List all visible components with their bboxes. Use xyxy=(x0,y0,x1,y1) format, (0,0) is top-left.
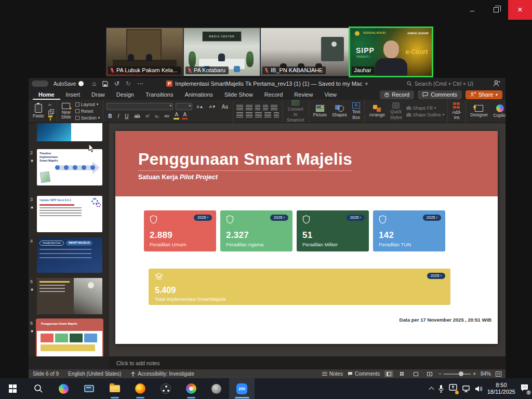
stat-card-peradilan-agama[interactable]: 2025› 2.327 Peradilan Agama xyxy=(220,210,292,251)
save-icon[interactable] xyxy=(102,81,108,87)
underline-button[interactable]: U xyxy=(123,113,130,119)
font-color-button[interactable]: A xyxy=(182,112,188,119)
zoom-slider-track[interactable] xyxy=(444,374,471,375)
obs-studio-button[interactable] xyxy=(153,378,178,399)
italic-button[interactable]: I xyxy=(116,113,121,119)
notification-center-button[interactable]: 2 xyxy=(520,384,529,394)
align-right-button[interactable] xyxy=(255,112,262,117)
tab-design[interactable]: Design xyxy=(111,91,140,100)
new-slide-button[interactable]: New Slide xyxy=(60,103,72,120)
cut-button[interactable]: ✂ xyxy=(48,102,54,108)
video-tile-pa-kotabaru[interactable]: MEDIA CENTER PA Kotabaru xyxy=(184,28,260,76)
start-button[interactable] xyxy=(0,378,25,399)
numbering-button[interactable] xyxy=(246,105,252,110)
notes-area[interactable]: Click to add notes xyxy=(109,356,506,369)
line-spacing-button[interactable] xyxy=(271,105,277,110)
network-icon[interactable] xyxy=(462,385,470,392)
total-card[interactable]: 2025› 5.409 Total Implementasi SmartMaje… xyxy=(149,269,450,305)
video-tile-pa-lubuk-pakam[interactable]: PA Lubuk Pakam Kela... xyxy=(107,28,183,76)
zoom-slider-handle[interactable] xyxy=(459,371,463,376)
addins-button[interactable]: Add-ins xyxy=(451,102,462,120)
align-left-button[interactable] xyxy=(236,112,243,117)
more-commands-icon[interactable]: ⋯ xyxy=(137,81,143,87)
comments-toggle-button[interactable]: Comments xyxy=(348,371,380,377)
accessibility-status[interactable]: Accessibility: Investigate xyxy=(130,371,194,377)
screen-share-indicator[interactable] xyxy=(449,384,457,393)
bullets-button[interactable] xyxy=(236,105,243,110)
fit-slide-button[interactable] xyxy=(496,371,501,377)
stat-card-peradilan-tun[interactable]: 2025› 142 Peradilan TUN xyxy=(373,210,445,251)
video-tile-jauhar-active-speaker[interactable]: SOSIALISASI AHMAD JAUHAR SIPP TINGKAT I … xyxy=(350,28,432,76)
decrease-indent-button[interactable] xyxy=(255,105,260,110)
zoom-out-icon[interactable]: − xyxy=(438,371,442,377)
stat-card-peradilan-umum[interactable]: 2025› 2.889 Peradilan Umum xyxy=(144,210,216,251)
paint-button[interactable] xyxy=(178,378,204,399)
designer-button[interactable]: Designer xyxy=(469,105,489,117)
text-highlight-color-button[interactable]: A xyxy=(174,112,179,119)
mac-window-buttons[interactable] xyxy=(32,81,48,87)
gray-app-button[interactable] xyxy=(204,378,229,399)
volume-icon[interactable] xyxy=(475,385,483,392)
tab-slide-show[interactable]: Slide Show xyxy=(219,91,259,100)
tray-overflow-chevron-icon[interactable] xyxy=(429,387,434,392)
reset-button[interactable]: Reset xyxy=(75,109,100,114)
stat-card-peradilan-militer[interactable]: 2025› 51 Peradilan Militer xyxy=(297,210,369,251)
restore-button[interactable] xyxy=(484,0,508,20)
tab-record[interactable]: Record xyxy=(259,91,288,100)
convert-to-smartart-button[interactable]: Convert to SmartArt xyxy=(286,100,305,123)
home-icon[interactable]: ⌂ xyxy=(92,81,96,87)
tab-draw[interactable]: Draw xyxy=(86,91,111,100)
tab-home[interactable]: Home xyxy=(33,91,60,100)
share-button[interactable]: Share ▾ xyxy=(466,90,502,99)
language-indicator[interactable]: English (United States) xyxy=(68,371,121,377)
tab-transitions[interactable]: Transitions xyxy=(140,91,179,100)
increase-indent-button[interactable] xyxy=(263,105,268,110)
subscript-button[interactable]: x₂ xyxy=(153,114,160,118)
shrink-font-button[interactable]: A▼ xyxy=(207,104,217,109)
reading-view-button[interactable] xyxy=(411,370,420,377)
normal-view-button[interactable] xyxy=(384,370,393,377)
thumbnail-slide-4[interactable]: PEMBOBOTAN SMART MAJELIS xyxy=(37,237,102,273)
copy-button[interactable] xyxy=(48,109,54,114)
thumbnail-slide-5[interactable] xyxy=(37,278,102,314)
thumbnail-slide-3[interactable]: Update SIPP Versi 6.0.1 xyxy=(37,196,102,232)
document-title[interactable]: P Implementasi SmartMajelis Tk Pertama_r… xyxy=(166,78,368,89)
comments-button[interactable]: Comments xyxy=(418,90,462,99)
format-painter-button[interactable] xyxy=(48,116,54,121)
notes-toggle-button[interactable]: Notes xyxy=(322,371,343,377)
file-explorer-button[interactable] xyxy=(102,378,127,399)
paste-button[interactable]: Paste xyxy=(32,104,45,118)
picture-button[interactable]: Picture xyxy=(312,105,328,117)
tab-animations[interactable]: Animations xyxy=(179,91,218,100)
copilot-taskbar-button[interactable] xyxy=(51,378,76,399)
text-box-button[interactable]: A Text Box xyxy=(351,102,362,121)
character-spacing-button[interactable]: AV xyxy=(163,114,171,118)
copilot-button[interactable]: Copilot xyxy=(492,104,506,118)
grow-font-button[interactable]: A▲ xyxy=(195,104,205,109)
thumbnail-slide-6-selected[interactable]: Penggunaan Smart Majelis xyxy=(37,320,102,356)
arrange-button[interactable]: Arrange xyxy=(368,105,385,117)
font-name-combo[interactable] xyxy=(107,103,173,110)
slide-subtitle[interactable]: Satuan Kerja Pilot Project xyxy=(138,174,498,181)
layout-button[interactable]: Layout▾ xyxy=(75,102,100,107)
tab-review[interactable]: Review xyxy=(288,91,318,100)
zoom-in-icon[interactable]: + xyxy=(473,371,476,377)
zoom-slider[interactable]: − + xyxy=(438,371,476,377)
tab-view[interactable]: View xyxy=(318,91,342,100)
autosave-toggle[interactable]: AutoSave xyxy=(54,81,84,87)
search-box[interactable]: Search (Cmd + Ctrl + U) xyxy=(407,78,473,89)
slideshow-view-button[interactable] xyxy=(425,370,434,377)
thumbnail-slide-2[interactable]: Timeline Implementasi Smart Majelis xyxy=(37,149,102,185)
current-slide[interactable]: Penggunaan Smart Majelis Satuan Kerja Pi… xyxy=(115,131,498,344)
thumbnail-slide-1[interactable]: Smart Majelis Tingkat Pertama xyxy=(37,123,102,141)
align-center-button[interactable] xyxy=(246,112,252,117)
taskbar-search-button[interactable] xyxy=(25,378,51,399)
superscript-button[interactable]: x² xyxy=(144,114,151,118)
tab-insert[interactable]: Insert xyxy=(60,91,86,100)
section-button[interactable]: Section▾ xyxy=(75,115,100,121)
columns-button[interactable] xyxy=(274,112,279,117)
justify-button[interactable] xyxy=(264,112,271,117)
close-button[interactable]: × xyxy=(508,0,532,20)
strikethrough-button[interactable]: ab xyxy=(132,113,141,119)
virtual-desktop-button[interactable] xyxy=(76,378,102,399)
